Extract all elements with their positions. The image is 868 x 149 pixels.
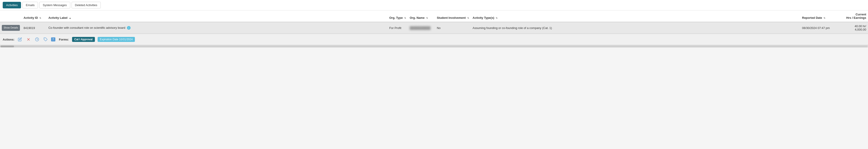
col-label-activity-types: Activity Type(s) [473, 16, 494, 20]
activity-label-value: Co-founder with consultant role on scien… [48, 26, 125, 29]
tag-button[interactable] [42, 36, 49, 43]
actions-label: Actions: [3, 38, 14, 41]
show-details-cell: Show Details [0, 22, 22, 34]
student-involvement-value: No [437, 26, 440, 30]
tab-system-messages[interactable]: System Messages [39, 2, 70, 8]
col-header-org-name: Org. Name ⇅ [408, 10, 435, 22]
current-earnings-value: 4,000.00 [840, 28, 866, 31]
current-hrs-cell: 40.00 hr/ 4,000.00 [839, 22, 868, 34]
top-bar: Activities Emails System Messages Delete… [0, 0, 868, 10]
student-involvement-cell: No [435, 22, 471, 34]
delete-button[interactable] [25, 36, 32, 43]
col-header-activity-label: Activity Label ▲ [46, 10, 388, 22]
table-row: Show Details 8419019 Co-founder with con… [0, 22, 868, 34]
sort-icon-org-type[interactable]: ⇅ [404, 17, 406, 19]
edit-button[interactable] [17, 36, 23, 43]
actions-bar: Actions: 7 Forms: Cat I Approval Expirat… [0, 34, 868, 45]
col-label-org-type: Org. Type [389, 16, 403, 20]
sort-icon-activity-id[interactable]: ⇅ [39, 17, 41, 19]
tab-deleted-activities[interactable]: Deleted Activities [72, 2, 101, 8]
forms-label: Forms: [59, 38, 69, 41]
activity-id-value: 8419019 [24, 26, 35, 30]
col-header-current-hrs: Current Hrs / Earnings [839, 10, 868, 22]
sort-icon-activity-types[interactable]: ⇅ [496, 17, 497, 19]
activity-types-value: Assuming founding or co-founding role of… [473, 26, 552, 30]
sort-icon-reported-date[interactable]: ⇅ [824, 17, 825, 19]
col-label-current-hrs-line1: Current [856, 13, 866, 16]
tag-count-badge: 7 [51, 38, 55, 42]
activity-types-cell: Assuming founding or co-founding role of… [471, 22, 800, 34]
show-details-button[interactable]: Show Details [2, 25, 20, 30]
form-approval-badge[interactable]: Cat I Approval [72, 37, 95, 42]
col-header-org-type: Org. Type ⇅ [388, 10, 408, 22]
col-header-show-details [0, 10, 22, 22]
org-type-cell: For Profit [388, 22, 408, 34]
history-button[interactable] [34, 36, 40, 43]
sort-icon-student-involvement[interactable]: ⇅ [467, 17, 469, 19]
col-header-student-involvement: Student Involvement ⇅ [435, 10, 471, 22]
activities-table: Activity ID ⇅ Activity Label ▲ Org. Type… [0, 10, 868, 34]
activity-id-cell: 8419019 [22, 22, 46, 34]
form-expiry-badge[interactable]: Expiration Date 10/31/2024 [98, 37, 135, 42]
reported-date-value: 08/30/2024 07:47 pm [802, 26, 830, 30]
activity-label-cell: Co-founder with consultant role on scien… [46, 22, 388, 34]
org-name-cell: ██████████ [408, 22, 435, 34]
current-hrs-value: 40.00 hr/ [840, 24, 866, 28]
tab-activities[interactable]: Activities [3, 2, 21, 8]
org-name-value: ██████████ [410, 26, 430, 30]
scrollbar-area [0, 45, 868, 48]
info-icon[interactable]: i [127, 26, 131, 30]
scrollbar-thumb[interactable] [0, 46, 14, 47]
col-label-activity-label: Activity Label [48, 16, 67, 20]
col-label-current-hrs-line2: Hrs / Earnings [846, 16, 866, 20]
reported-date-cell: 08/30/2024 07:47 pm [800, 22, 839, 34]
tab-emails[interactable]: Emails [22, 2, 38, 8]
col-header-activity-types: Activity Type(s) ⇅ [471, 10, 800, 22]
table-container: Activity ID ⇅ Activity Label ▲ Org. Type… [0, 10, 868, 34]
sort-icon-org-name[interactable]: ⇅ [426, 17, 428, 19]
scrollbar-track[interactable] [0, 46, 868, 47]
col-header-activity-id: Activity ID ⇅ [22, 10, 46, 22]
col-label-reported-date: Reported Date [802, 16, 822, 20]
col-label-org-name: Org. Name [410, 16, 425, 20]
col-label-activity-id: Activity ID [24, 16, 38, 20]
sort-icon-activity-label[interactable]: ▲ [69, 17, 71, 19]
org-type-value: For Profit [389, 26, 401, 30]
col-label-student-involvement: Student Involvement [437, 16, 466, 20]
col-header-reported-date: Reported Date ⇅ [800, 10, 839, 22]
